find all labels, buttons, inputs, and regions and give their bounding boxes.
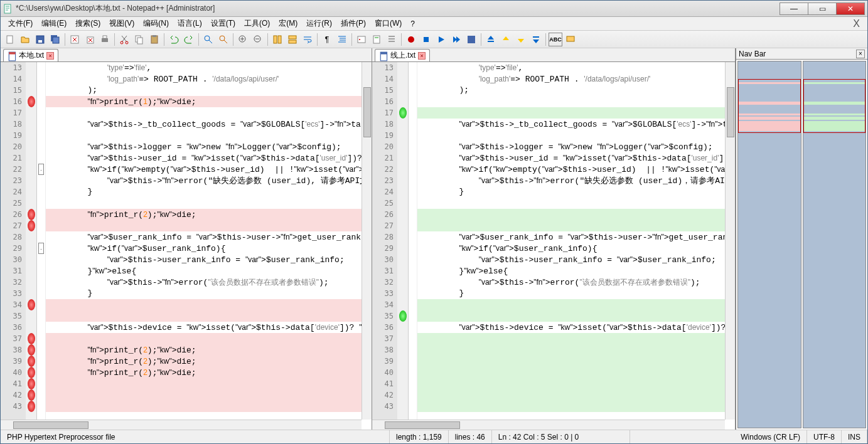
menubar-close-icon[interactable]: X — [849, 17, 864, 31]
navbar-close-icon[interactable]: × — [856, 50, 865, 58]
right-pane: 线上.txt × 1314151617181920212223242526272… — [372, 48, 736, 430]
menu-view[interactable]: 视图(V) — [105, 17, 138, 30]
sync-v-icon[interactable] — [271, 33, 284, 46]
copy-icon[interactable] — [132, 33, 146, 46]
maximize-button[interactable]: ▭ — [808, 3, 837, 15]
compare-first-icon[interactable] — [484, 33, 498, 46]
vertical-scrollbar[interactable] — [725, 62, 735, 420]
svg-rect-23 — [289, 36, 296, 39]
find-icon[interactable] — [201, 33, 215, 46]
print-icon[interactable] — [98, 33, 112, 46]
svg-rect-1 — [7, 36, 13, 43]
record-macro-icon[interactable] — [404, 33, 418, 46]
cut-icon[interactable] — [117, 33, 131, 46]
menu-tools[interactable]: 工具(O) — [240, 17, 274, 30]
svg-rect-10 — [103, 36, 107, 38]
paste-icon[interactable] — [147, 33, 161, 46]
left-editor[interactable]: 1314151617181920212223242526272829303132… — [1, 62, 372, 430]
show-all-chars-icon[interactable]: ¶ — [320, 33, 334, 46]
wrap-icon[interactable] — [301, 33, 314, 46]
navbar-panel: Nav Bar × — [736, 48, 867, 430]
svg-rect-32 — [488, 41, 494, 42]
folder-as-workspace-icon[interactable] — [355, 33, 368, 46]
svg-rect-16 — [153, 35, 156, 37]
monitor-icon[interactable] — [564, 33, 577, 46]
navbar-title: Nav Bar × — [736, 48, 867, 60]
fold-column[interactable] — [409, 62, 417, 420]
tab-label: 线上.txt — [390, 50, 415, 61]
close-all-icon[interactable] — [83, 33, 97, 46]
fold-column[interactable]: -- — [37, 62, 46, 420]
svg-rect-14 — [137, 38, 142, 44]
svg-rect-0 — [4, 4, 11, 13]
tab-close-icon[interactable]: × — [46, 52, 54, 60]
replace-icon[interactable] — [217, 33, 230, 46]
navmap-right[interactable] — [803, 61, 867, 428]
new-file-icon[interactable] — [3, 33, 17, 46]
zoom-in-icon[interactable] — [236, 33, 250, 46]
code-area[interactable]: 'type'=>'file', 'log_path'=> ROOT_PATH .… — [46, 62, 372, 420]
notepad-plus-plus-window: *C:\Users\ywu\Desktop\本地.txt - Notepad++… — [0, 0, 868, 444]
play-macro-icon[interactable] — [434, 33, 448, 46]
left-pane: 本地.txt × 1314151617181920212223242526272… — [1, 48, 372, 430]
left-tabs: 本地.txt × — [1, 48, 372, 62]
sync-h-icon[interactable] — [286, 33, 299, 46]
stop-macro-icon[interactable] — [419, 33, 433, 46]
menu-language[interactable]: 语言(L) — [174, 17, 206, 30]
redo-icon[interactable] — [182, 33, 196, 46]
svg-rect-28 — [375, 37, 378, 38]
close-file-icon[interactable] — [68, 33, 82, 46]
play-multi-icon[interactable] — [449, 33, 463, 46]
vertical-scrollbar[interactable] — [362, 62, 372, 420]
menu-window[interactable]: 窗口(W) — [371, 17, 405, 30]
minimize-button[interactable]: — — [780, 3, 808, 15]
svg-rect-3 — [38, 40, 42, 43]
code-area[interactable]: 'type'=>'file', 'log_path'=> ROOT_PATH .… — [417, 62, 735, 420]
status-eol[interactable]: Windows (CR LF) — [734, 430, 807, 443]
right-editor[interactable]: 1314151617181920212223242526272829303132… — [372, 62, 735, 430]
svg-point-17 — [205, 36, 210, 41]
menu-file[interactable]: 文件(F) — [4, 17, 36, 30]
save-all-icon[interactable] — [48, 33, 62, 46]
navmap-left[interactable] — [737, 61, 801, 428]
svg-rect-9 — [102, 38, 108, 42]
diff-markers — [26, 62, 37, 420]
horizontal-scrollbar[interactable] — [372, 420, 725, 430]
tab-right-file[interactable]: 线上.txt × — [375, 49, 430, 61]
svg-rect-24 — [289, 40, 296, 43]
doc-map-icon[interactable] — [370, 33, 383, 46]
svg-point-29 — [408, 36, 414, 43]
undo-icon[interactable] — [167, 33, 181, 46]
compare-last-icon[interactable] — [529, 33, 543, 46]
menu-search[interactable]: 搜索(S) — [72, 17, 104, 30]
save-icon[interactable] — [33, 33, 47, 46]
function-list-icon[interactable] — [385, 33, 399, 46]
line-numbers: 1314151617181920212223242526272829303132… — [372, 62, 397, 420]
menu-help[interactable]: ? — [407, 18, 419, 29]
zoom-out-icon[interactable] — [251, 33, 265, 46]
menu-edit[interactable]: 编辑(E) — [38, 17, 70, 30]
spellcheck-icon[interactable]: ABC — [549, 33, 562, 46]
menu-macro[interactable]: 宏(M) — [275, 17, 301, 30]
tab-close-icon[interactable]: × — [418, 52, 426, 60]
svg-rect-21 — [274, 36, 277, 43]
open-file-icon[interactable] — [18, 33, 32, 46]
menu-encoding[interactable]: 编码(N) — [139, 17, 173, 30]
menu-settings[interactable]: 设置(T) — [207, 17, 239, 30]
svg-rect-25 — [358, 36, 365, 43]
status-mode[interactable]: INS — [842, 430, 867, 443]
compare-next-icon[interactable] — [514, 33, 528, 46]
line-numbers: 1314151617181920212223242526272829303132… — [1, 62, 26, 420]
tab-left-file[interactable]: 本地.txt × — [3, 49, 58, 61]
save-macro-icon[interactable] — [464, 33, 478, 46]
titlebar[interactable]: *C:\Users\ywu\Desktop\本地.txt - Notepad++… — [1, 1, 867, 17]
menu-run[interactable]: 运行(R) — [303, 17, 336, 30]
horizontal-scrollbar[interactable] — [1, 420, 362, 430]
menubar: 文件(F) 编辑(E) 搜索(S) 视图(V) 编码(N) 语言(L) 设置(T… — [1, 17, 867, 31]
menu-plugins[interactable]: 插件(P) — [337, 17, 370, 30]
compare-prev-icon[interactable] — [499, 33, 513, 46]
indent-guide-icon[interactable] — [335, 33, 349, 46]
close-button[interactable]: ✕ — [836, 3, 865, 15]
status-encoding[interactable]: UTF-8 — [807, 430, 842, 443]
file-icon — [8, 51, 16, 60]
